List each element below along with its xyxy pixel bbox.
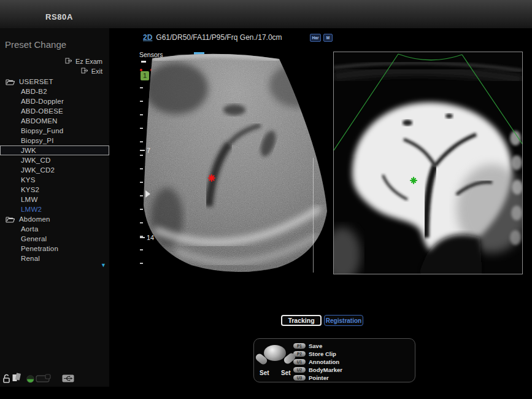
preset-item-label: JWK_CD (21, 157, 50, 164)
preset-item-abd-doppler[interactable]: ABD-Doppler (0, 96, 109, 106)
preset-item-abd-b2[interactable]: ABD-B2 (0, 87, 109, 96)
control-legend-panel: Set Set P1SaveP2Store ClipU1AnnotationU2… (253, 338, 415, 382)
preset-item-label: USERSET (19, 78, 53, 85)
softkey-list: P1SaveP2Store ClipU1AnnotationU2BodyMark… (293, 343, 342, 382)
documents-icon[interactable] (12, 373, 22, 382)
preset-item-label: Biopsy_PI (21, 137, 54, 144)
usb-icon[interactable] (62, 374, 74, 382)
tab-registration[interactable]: Registration (324, 315, 363, 326)
tab-tracking[interactable]: Tracking (281, 315, 322, 326)
preset-item-label: Biopsy_Fund (21, 127, 63, 134)
reference-scan-line (313, 158, 314, 273)
preset-item-label: LMW2 (21, 206, 42, 213)
hardkey-badge: U1 (293, 359, 306, 365)
tracking-target-marker-green (411, 177, 417, 184)
hardkey-badge: P1 (293, 343, 306, 349)
preset-item-label: ABD-OBESE (21, 107, 63, 115)
preset-item-biopsy-pi[interactable]: Biopsy_PI (0, 136, 109, 145)
preset-item-label: ABDOMEN (21, 117, 58, 125)
exit-arrow-icon (65, 58, 72, 65)
ultrasound-image[interactable] (142, 52, 330, 274)
preset-item-label: JWK_CD2 (21, 166, 55, 174)
softkey-row-store-clip: P2Store Clip (293, 351, 342, 357)
softkey-label: Save (309, 343, 322, 349)
softkey-label: BodyMarker (309, 366, 342, 373)
preset-item-penetration[interactable]: Penetration (0, 244, 109, 254)
tracking-target-marker-red (209, 175, 215, 181)
preset-item-label: Renal (21, 255, 40, 262)
folder-icon (6, 216, 15, 223)
hardkey-badge: P2 (293, 351, 306, 357)
preset-item-kys2[interactable]: KYS2 (0, 185, 109, 195)
preset-item-label: General (21, 235, 47, 242)
softkey-row-save: P1Save (293, 343, 342, 349)
exit-arrow-icon (81, 68, 88, 75)
preset-item-kys[interactable]: KYS (0, 175, 109, 185)
softkey-label: Store Clip (309, 351, 336, 357)
hardkey-badge: U2 (293, 367, 306, 373)
parameter-string: G61/DR50/FA11/P95/Frq Gen./17.0cm (156, 33, 282, 42)
scroll-down-indicator[interactable]: ▼ (101, 262, 106, 268)
imaging-parameters: 2DG61/DR50/FA11/P95/Frq Gen./17.0cm (143, 33, 282, 42)
sidebar: Preset Change Ez Exam Exit USERSETABD-B2… (0, 28, 109, 387)
preset-item-label: ABD-Doppler (21, 98, 64, 105)
preset-item-jwk-cd[interactable]: JWK_CD (0, 155, 109, 165)
preset-item-jwk-cd2[interactable]: JWK_CD2 (0, 165, 109, 175)
preset-item-lmw[interactable]: LMW (0, 195, 109, 204)
ultrasound-system-screen: RS80A Preset Change Ez Exam Exit USERSET… (0, 0, 532, 399)
power-led (26, 375, 34, 383)
mode-2d-label[interactable]: 2D (143, 33, 152, 42)
harmonic-badge-icon: Har (310, 34, 321, 42)
top-bar: RS80A (0, 0, 532, 28)
exit-button[interactable]: Exit (81, 68, 102, 75)
ez-exam-button[interactable]: Ez Exam (65, 58, 102, 65)
ez-exam-label: Ez Exam (75, 58, 102, 65)
preset-item-label: ABD-B2 (21, 88, 47, 95)
system-model-title: RS80A (45, 12, 73, 21)
preset-item-aorta[interactable]: Aorta (0, 224, 109, 234)
mri-image[interactable] (334, 52, 522, 274)
folder-icon (6, 79, 15, 85)
depth-label-7: 7 (140, 147, 150, 154)
preset-item-abdomen[interactable]: ABDOMEN (0, 116, 109, 126)
preset-item-label: KYS (21, 176, 36, 184)
preset-item-jwk[interactable]: JWK (0, 145, 109, 155)
softkey-row-bodymarker: U2BodyMarker (293, 366, 342, 373)
mri-panel[interactable] (333, 52, 523, 274)
preset-item-label: Aorta (21, 225, 39, 233)
preset-item-label: LMW (21, 196, 37, 203)
depth-ruler (140, 87, 143, 269)
preset-tree: USERSETABD-B2ABD-DopplerABD-OBESEABDOMEN… (0, 77, 109, 263)
focus-marker-icon (145, 190, 150, 198)
set-right-label: Set (281, 370, 291, 376)
preset-item-userset[interactable]: USERSET (0, 77, 109, 87)
preset-item-renal[interactable]: Renal (0, 254, 109, 263)
preset-item-lmw2[interactable]: LMW2 (0, 204, 109, 214)
page-title: Preset Change (5, 39, 66, 50)
exit-label: Exit (91, 68, 102, 75)
depth-label-14: 14 (140, 234, 154, 241)
preset-item-label: KYS2 (21, 186, 39, 193)
unlock-icon[interactable] (2, 373, 12, 384)
set-left-label: Set (260, 370, 269, 376)
trackball-icon (264, 345, 286, 361)
preset-item-biopsy-fund[interactable]: Biopsy_Fund (0, 126, 109, 136)
preset-item-label: Abdomen (19, 215, 50, 223)
softkey-label: Annotation (309, 358, 339, 365)
hardkey-badge: U3 (293, 375, 306, 381)
ultrasound-panel[interactable] (142, 52, 330, 274)
preset-item-label: JWK (21, 147, 36, 154)
preset-item-abdomen[interactable]: Abdomen (0, 214, 109, 224)
preset-item-abd-obese[interactable]: ABD-OBESE (0, 106, 109, 116)
m-badge-icon: M (323, 34, 333, 42)
media-device-icon[interactable] (36, 374, 51, 383)
preset-item-general[interactable]: General (0, 234, 109, 244)
softkey-row-pointer: U3Pointer (293, 374, 342, 381)
softkey-row-annotation: U1Annotation (293, 358, 342, 365)
preset-item-label: Penetration (21, 245, 58, 252)
softkey-label: Pointer (309, 374, 329, 381)
